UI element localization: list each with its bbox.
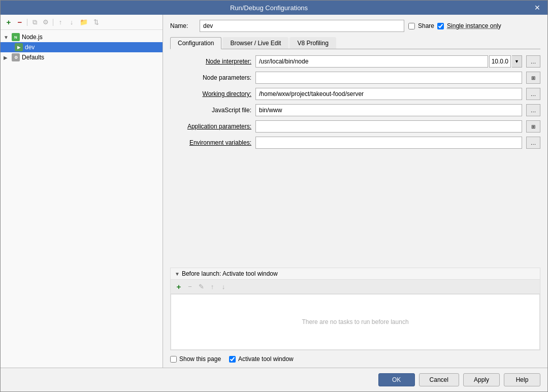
tabs-row: Configuration Browser / Live Edit V8 Pro… bbox=[170, 37, 540, 49]
before-launch-up[interactable]: ↑ bbox=[207, 282, 217, 291]
before-launch-add[interactable]: + bbox=[174, 281, 184, 292]
before-launch-content: There are no tasks to run before launch bbox=[171, 294, 540, 350]
tree-arrow-nodejs: ▼ bbox=[4, 35, 11, 40]
sort-button[interactable]: ⇅ bbox=[91, 17, 101, 27]
close-button[interactable]: ✕ bbox=[532, 4, 542, 12]
copy-config-button[interactable]: ⧉ bbox=[29, 17, 40, 27]
working-dir-browse[interactable]: … bbox=[526, 88, 540, 100]
js-file-browse[interactable]: … bbox=[526, 104, 540, 116]
node-params-input[interactable] bbox=[255, 72, 522, 84]
before-launch-down[interactable]: ↓ bbox=[218, 282, 229, 291]
cancel-button[interactable]: Cancel bbox=[419, 373, 459, 386]
node-interpreter-input-group: 10.0.0 ▼ bbox=[255, 55, 522, 68]
tree-label-dev: dev bbox=[25, 44, 35, 51]
working-dir-row: Working directory: … bbox=[170, 88, 540, 100]
move-down-button[interactable]: ↓ bbox=[67, 17, 77, 27]
node-params-row: Node parameters: ⊞ bbox=[170, 72, 540, 84]
move-up-button[interactable]: ↑ bbox=[55, 17, 66, 27]
node-interpreter-dropdown[interactable]: ▼ bbox=[512, 55, 522, 68]
node-params-label: Node parameters: bbox=[170, 74, 251, 81]
run-debug-dialog: Run/Debug Configurations ✕ + − ⧉ ⚙ ↑ ↓ 📁… bbox=[0, 0, 548, 392]
tree-area: ▼ N Node.js ▶ dev ▶ ⚙ bbox=[1, 30, 163, 368]
env-vars-label: Environment variables: bbox=[170, 139, 251, 146]
tree-node-defaults[interactable]: ▶ ⚙ Defaults bbox=[1, 52, 163, 62]
dev-icon: ▶ bbox=[15, 43, 23, 51]
dialog-footer: OK Cancel Apply Help bbox=[1, 368, 547, 391]
name-input[interactable] bbox=[200, 20, 404, 32]
bottom-options: Show this page Activate tool window bbox=[170, 355, 540, 363]
before-launch-header[interactable]: ▼ Before launch: Activate tool window bbox=[171, 268, 540, 279]
working-dir-input[interactable] bbox=[255, 88, 522, 100]
node-interpreter-label: Node interpreter: bbox=[170, 58, 251, 65]
title-bar: Run/Debug Configurations ✕ bbox=[1, 1, 547, 15]
js-file-row: JavaScript file: … bbox=[170, 104, 540, 116]
remove-config-button[interactable]: − bbox=[15, 17, 25, 27]
app-params-row: Application parameters: ⊞ bbox=[170, 120, 540, 133]
js-file-input[interactable] bbox=[255, 104, 522, 116]
tab-configuration[interactable]: Configuration bbox=[170, 37, 221, 49]
tree-node-nodejs[interactable]: ▼ N Node.js bbox=[1, 32, 163, 42]
show-page-label: Show this page bbox=[179, 355, 221, 363]
defaults-icon: ⚙ bbox=[12, 53, 20, 61]
node-interpreter-row: Node interpreter: 10.0.0 ▼ … bbox=[170, 55, 540, 68]
main-content: + − ⧉ ⚙ ↑ ↓ 📁 ⇅ ▼ N Node.js bbox=[1, 15, 547, 368]
app-params-browse[interactable]: ⊞ bbox=[526, 120, 540, 133]
share-checkbox[interactable] bbox=[408, 23, 415, 29]
before-launch-edit[interactable]: ✎ bbox=[196, 282, 206, 291]
settings-config-button[interactable]: ⚙ bbox=[41, 17, 51, 27]
share-area: Share Single instance only bbox=[408, 22, 540, 29]
activate-tool-row: Activate tool window bbox=[229, 355, 294, 363]
name-row: Name: Share Single instance only bbox=[170, 20, 540, 32]
tree-node-dev[interactable]: ▶ dev bbox=[1, 42, 163, 52]
before-launch-arrow: ▼ bbox=[175, 271, 180, 277]
single-instance-label: Single instance only bbox=[447, 22, 501, 29]
activate-tool-checkbox[interactable] bbox=[229, 356, 236, 363]
js-file-label: JavaScript file: bbox=[170, 107, 251, 114]
nodejs-icon: N bbox=[12, 33, 20, 41]
env-vars-browse[interactable]: … bbox=[526, 137, 540, 149]
left-panel: + − ⧉ ⚙ ↑ ↓ 📁 ⇅ ▼ N Node.js bbox=[1, 15, 163, 368]
before-launch-section: ▼ Before launch: Activate tool window + … bbox=[170, 268, 540, 350]
before-launch-title: Before launch: Activate tool window bbox=[182, 270, 278, 277]
node-interpreter-browse[interactable]: … bbox=[526, 55, 540, 68]
ok-button[interactable]: OK bbox=[378, 373, 415, 386]
config-section: Node interpreter: 10.0.0 ▼ … Node parame… bbox=[170, 55, 540, 260]
env-vars-row: Environment variables: … bbox=[170, 137, 540, 149]
toolbar-separator bbox=[27, 19, 27, 26]
show-page-checkbox[interactable] bbox=[170, 356, 177, 363]
single-instance-checkbox[interactable] bbox=[437, 23, 444, 29]
tree-label-defaults: Defaults bbox=[22, 54, 44, 61]
node-params-browse[interactable]: ⊞ bbox=[526, 72, 540, 84]
show-page-row: Show this page bbox=[170, 355, 221, 363]
right-panel: Name: Share Single instance only Configu… bbox=[163, 15, 547, 368]
help-button[interactable]: Help bbox=[504, 373, 540, 386]
tab-v8-profiling[interactable]: V8 Profiling bbox=[289, 37, 336, 49]
node-interpreter-input[interactable] bbox=[255, 55, 488, 68]
activate-tool-label: Activate tool window bbox=[238, 355, 294, 363]
env-vars-input[interactable] bbox=[255, 137, 522, 149]
app-params-input[interactable] bbox=[255, 120, 522, 133]
add-config-button[interactable]: + bbox=[4, 17, 14, 27]
folder-button[interactable]: 📁 bbox=[78, 17, 90, 27]
node-version-badge: 10.0.0 bbox=[489, 55, 511, 68]
left-toolbar: + − ⧉ ⚙ ↑ ↓ 📁 ⇅ bbox=[1, 15, 163, 30]
share-label: Share bbox=[418, 22, 434, 29]
tree-arrow-defaults: ▶ bbox=[4, 55, 11, 60]
tree-label-nodejs: Node.js bbox=[22, 34, 43, 41]
toolbar-separator2 bbox=[53, 19, 53, 26]
before-launch-remove[interactable]: − bbox=[185, 282, 195, 291]
app-params-label: Application parameters: bbox=[170, 123, 251, 130]
tab-browser-live-edit[interactable]: Browser / Live Edit bbox=[222, 37, 288, 49]
before-launch-toolbar: + − ✎ ↑ ↓ bbox=[171, 279, 540, 294]
no-tasks-text: There are no tasks to run before launch bbox=[302, 318, 408, 325]
dialog-title: Run/Debug Configurations bbox=[6, 4, 532, 12]
apply-button[interactable]: Apply bbox=[463, 373, 500, 386]
name-label: Name: bbox=[170, 22, 196, 29]
working-dir-label: Working directory: bbox=[170, 90, 251, 97]
